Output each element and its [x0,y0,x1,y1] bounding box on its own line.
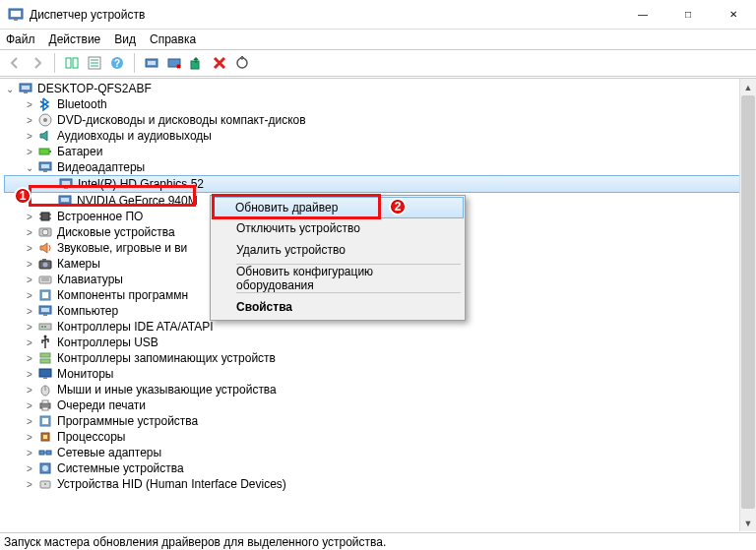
tree-node[interactable]: >Процессоры [4,429,756,445]
tree-node[interactable]: >Системные устройства [4,460,756,476]
scan-hardware-toolbar-button[interactable] [186,52,208,74]
tree-node-label: Очереди печати [57,398,146,412]
vertical-scrollbar[interactable]: ▲ ▼ [739,79,756,531]
expander-icon[interactable]: > [24,478,35,490]
ctx-disable-device[interactable]: Отключить устройство [213,217,463,239]
tree-node[interactable]: >Intel(R) HD Graphics 52 [4,175,756,193]
tree-node[interactable]: >Аудиовходы и аудиовыходы [4,128,756,144]
expander-icon[interactable]: > [24,211,35,222]
tree-node-label: Контроллеры запоминающих устройств [57,351,276,365]
expander-icon[interactable]: > [24,242,35,254]
tree-node-label: Встроенное ПО [57,210,143,223]
svg-rect-41 [42,259,46,261]
menu-view[interactable]: Вид [114,32,136,46]
hid-icon [37,476,53,492]
expander-icon[interactable]: > [24,114,35,126]
disable-device-toolbar-button[interactable] [163,52,185,74]
help-button[interactable]: ? [106,52,128,74]
scroll-up-button[interactable]: ▲ [740,79,756,95]
svg-rect-55 [40,359,50,363]
tree-node-label: Звуковые, игровые и ви [57,241,187,255]
expander-icon[interactable]: > [24,336,35,348]
properties-button[interactable] [84,52,105,74]
audio-icon [37,128,53,144]
expander-icon[interactable]: > [24,305,35,317]
tree-node[interactable]: ⌄Видеоадаптеры [4,159,756,175]
tree-node-label: Bluetooth [57,97,107,111]
tree-node-label: Компьютер [57,304,118,318]
svg-rect-67 [39,451,44,455]
ctx-uninstall-device[interactable]: Удалить устройство [213,239,463,261]
ctx-update-driver[interactable]: Обновить драйвер [212,197,464,218]
tree-node-label: Батареи [57,145,102,158]
scroll-thumb[interactable] [741,95,755,509]
svg-rect-17 [22,86,30,90]
tree-root-label: DESKTOP-QFS2ABF [37,82,152,95]
expander-icon[interactable]: > [24,274,35,285]
expander-icon[interactable]: > [24,130,35,142]
tree-node[interactable]: >Мыши и иные указывающие устройства [4,382,756,397]
tree-node[interactable]: >Контроллеры USB [4,335,756,350]
scan-button[interactable] [231,52,253,74]
chip-icon [37,209,53,224]
svg-point-38 [42,229,48,235]
tree-node-label: Дисковые устройства [57,225,175,239]
expander-icon[interactable]: > [24,258,35,270]
expander-icon[interactable]: > [24,352,35,364]
svg-rect-56 [39,369,51,377]
tree-node[interactable]: >Контроллеры запоминающих устройств [4,350,756,366]
menu-action[interactable]: Действие [49,32,101,46]
tree-node[interactable]: >Батареи [4,144,756,159]
expander-icon[interactable]: ⌄ [24,161,35,173]
tree-node[interactable]: >Очереди печати [4,397,756,413]
svg-rect-1 [11,11,21,17]
scroll-down-button[interactable]: ▼ [740,515,756,531]
expander-icon[interactable]: > [24,399,35,411]
ctx-scan-hardware[interactable]: Обновить конфигурацию оборудования [213,268,463,289]
menubar: Файл Действие Вид Справка [0,30,756,49]
svg-rect-57 [43,377,47,379]
uninstall-device-toolbar-button[interactable] [209,52,230,74]
expander-icon[interactable]: > [24,146,35,157]
expander-icon[interactable]: > [24,431,35,443]
expander-icon[interactable]: ⌄ [4,83,16,94]
titlebar: Диспетчер устройств — □ ✕ [0,0,756,30]
svg-rect-61 [42,400,48,403]
tree-node[interactable]: >Сетевые адаптеры [4,445,756,460]
ctx-properties[interactable]: Свойства [213,296,463,318]
tree-node[interactable]: >Bluetooth [4,96,756,112]
show-hidden-button[interactable] [61,52,83,74]
expander-icon[interactable]: > [24,462,35,474]
tree-node[interactable]: >DVD-дисководы и дисководы компакт-диско… [4,112,756,128]
svg-rect-18 [24,92,28,93]
update-driver-toolbar-button[interactable] [141,52,162,74]
expander-icon[interactable]: > [24,368,35,380]
svg-rect-22 [49,151,51,153]
expander-icon[interactable]: > [24,415,35,427]
tree-node[interactable]: >Контроллеры IDE ATA/ATAPI [4,319,756,335]
close-button[interactable]: ✕ [711,0,756,29]
menu-help[interactable]: Справка [150,32,196,46]
svg-rect-25 [43,170,47,172]
expander-icon[interactable]: > [24,226,35,238]
tree-node[interactable]: >Мониторы [4,366,756,382]
tree-node-label: Процессоры [57,430,126,444]
tree-node[interactable]: >Программные устройства [4,413,756,429]
display-icon [57,193,73,209]
printer-icon [37,397,53,413]
minimize-button[interactable]: — [620,0,665,29]
drive-icon [37,224,53,240]
maximize-button[interactable]: □ [665,0,711,29]
tree-root[interactable]: ⌄DESKTOP-QFS2ABF [4,81,756,96]
expander-icon[interactable]: > [24,321,35,333]
ctx-update-driver-label: Обновить драйвер [235,201,338,214]
svg-rect-48 [41,308,49,312]
menu-file[interactable]: Файл [6,32,35,46]
expander-icon[interactable]: > [24,384,35,396]
svg-rect-28 [64,187,68,189]
svg-rect-54 [40,353,50,357]
expander-icon[interactable]: > [24,289,35,301]
expander-icon[interactable]: > [24,447,35,458]
expander-icon[interactable]: > [24,98,35,110]
tree-node[interactable]: >Устройства HID (Human Interface Devices… [4,476,756,492]
